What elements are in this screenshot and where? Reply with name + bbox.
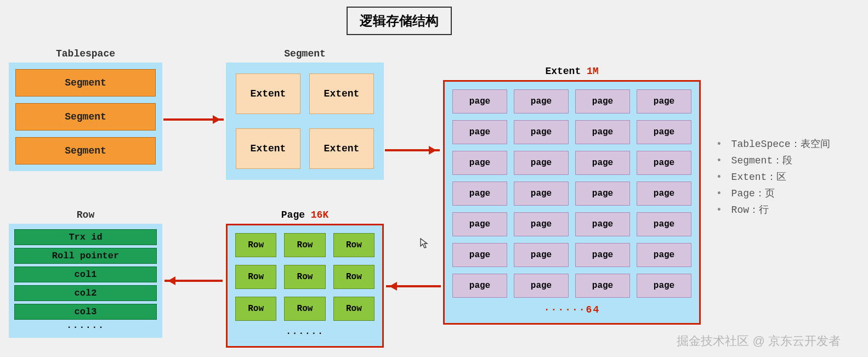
tablespace-group: Tablespace Segment Segment Segment bbox=[9, 48, 162, 171]
page-box: page bbox=[637, 151, 691, 175]
legend-item: Extent：区 bbox=[716, 170, 830, 183]
page-box: page bbox=[514, 182, 569, 206]
row-box: Row bbox=[284, 297, 325, 321]
page-box: page bbox=[575, 212, 630, 236]
page-box: page bbox=[514, 89, 569, 114]
page-box: page bbox=[575, 182, 630, 206]
legend-item: Segment：段 bbox=[716, 154, 830, 167]
row-group: Row Trx id Roll pointer col1 col2 col3 ·… bbox=[9, 209, 162, 338]
page-box: page bbox=[575, 120, 630, 144]
legend: TableSpece：表空间 Segment：段 Extent：区 Page：页… bbox=[716, 137, 830, 219]
row-ellipsis: ······ bbox=[14, 322, 157, 332]
page-box: page bbox=[452, 182, 507, 206]
segment-group: Segment Extent Extent Extent Extent bbox=[226, 48, 384, 180]
legend-item: Page：页 bbox=[716, 186, 830, 200]
page-box: page bbox=[514, 120, 569, 144]
page-group: Page 16K RowRowRowRowRowRowRowRowRow····… bbox=[226, 209, 384, 348]
page-box: page bbox=[637, 89, 691, 114]
row-box: Row bbox=[333, 297, 375, 321]
extent-box: Extent bbox=[236, 73, 300, 114]
extent-group: Extent 1M pagepagepagepagepagepagepagepa… bbox=[443, 66, 701, 325]
page-box: page bbox=[637, 274, 691, 298]
extent-title-label: Extent bbox=[545, 66, 581, 77]
diagram-title: 逻辑存储结构 bbox=[347, 7, 452, 35]
page-box: page bbox=[514, 243, 569, 267]
extent-box: Extent bbox=[236, 128, 300, 169]
row-label: Row bbox=[9, 209, 162, 220]
arrow-segment-to-extent bbox=[385, 149, 440, 151]
row-box: Row bbox=[235, 233, 276, 257]
page-box: page bbox=[637, 243, 691, 267]
arrow-page-to-row bbox=[164, 280, 223, 282]
segment-box: Segment bbox=[15, 69, 156, 97]
segment-body: Extent Extent Extent Extent bbox=[226, 63, 384, 180]
page-box: page bbox=[637, 182, 691, 206]
extent-ellipsis: ······64 bbox=[452, 304, 691, 315]
row-box: Row bbox=[333, 265, 375, 289]
page-box: page bbox=[452, 274, 507, 298]
page-box: page bbox=[514, 274, 569, 298]
page-title-label: Page bbox=[281, 209, 305, 220]
page-box: page bbox=[452, 120, 507, 144]
arrow-tablespace-to-segment bbox=[163, 118, 224, 121]
page-box: page bbox=[452, 212, 507, 236]
page-box: page bbox=[575, 274, 630, 298]
page-box: page bbox=[452, 243, 507, 267]
row-field: col2 bbox=[14, 285, 157, 301]
tablespace-label: Tablespace bbox=[9, 48, 162, 59]
watermark: 掘金技术社区 @ 京东云开发者 bbox=[677, 333, 841, 349]
extent-title: Extent 1M bbox=[443, 66, 701, 77]
segment-label: Segment bbox=[226, 48, 384, 59]
page-box: page bbox=[452, 89, 507, 114]
row-field: col3 bbox=[14, 304, 157, 320]
tablespace-body: Segment Segment Segment bbox=[9, 63, 162, 171]
page-title: Page 16K bbox=[226, 209, 384, 220]
page-box: page bbox=[575, 89, 630, 114]
legend-item: TableSpece：表空间 bbox=[716, 137, 830, 150]
page-size: 16K bbox=[311, 209, 328, 220]
page-box: page bbox=[514, 212, 569, 236]
page-box: page bbox=[514, 151, 569, 175]
page-box: page bbox=[637, 212, 691, 236]
page-body: RowRowRowRowRowRowRowRowRow······ bbox=[226, 224, 384, 348]
row-field: Roll pointer bbox=[14, 248, 157, 264]
page-box: page bbox=[575, 151, 630, 175]
row-field: col1 bbox=[14, 267, 157, 282]
extent-size: 1M bbox=[587, 66, 599, 77]
row-box: Row bbox=[235, 265, 276, 289]
row-box: Row bbox=[333, 233, 375, 257]
page-ellipsis: ······ bbox=[235, 328, 375, 338]
segment-box: Segment bbox=[15, 103, 156, 131]
row-field: Trx id bbox=[14, 229, 157, 245]
row-box: Row bbox=[284, 233, 325, 257]
row-body: Trx id Roll pointer col1 col2 col3 ·····… bbox=[9, 224, 162, 338]
extent-box: Extent bbox=[309, 73, 374, 114]
page-box: page bbox=[637, 120, 691, 144]
cursor-icon bbox=[420, 238, 429, 252]
page-box: page bbox=[575, 243, 630, 267]
segment-box: Segment bbox=[15, 137, 156, 165]
row-box: Row bbox=[284, 265, 325, 289]
extent-box: Extent bbox=[309, 128, 374, 169]
legend-item: Row：行 bbox=[716, 203, 830, 216]
extent-body: pagepagepagepagepagepagepagepagepagepage… bbox=[443, 80, 701, 325]
row-box: Row bbox=[235, 297, 276, 321]
arrow-extent-to-page bbox=[386, 285, 441, 287]
page-box: page bbox=[452, 151, 507, 175]
